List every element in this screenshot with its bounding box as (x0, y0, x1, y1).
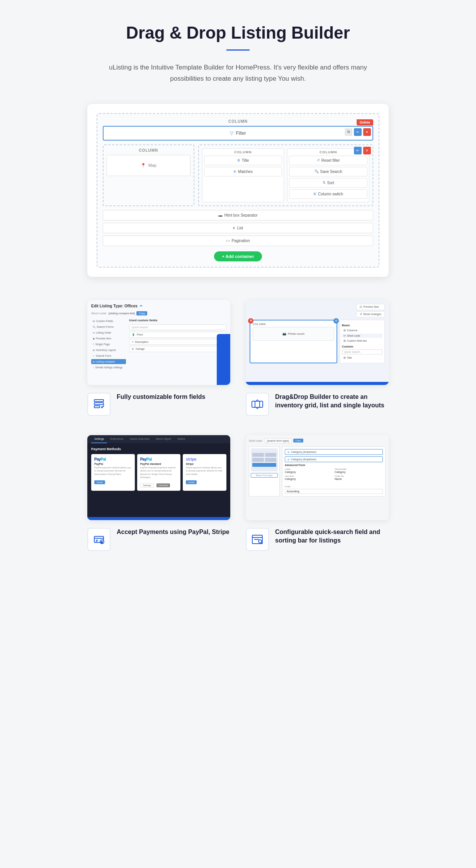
payment-accent-bar (87, 517, 230, 520)
add-container-button[interactable]: + Add container (214, 251, 262, 261)
custom-section-title: Custom (342, 345, 382, 348)
garage-icon: ⊞ (132, 348, 134, 351)
screenshot-custom-fields: Edit Listing Type: Offices ✏ Short code:… (87, 300, 230, 385)
tab-notice[interactable]: Notice (174, 435, 188, 443)
sidebar-item-preview[interactable]: ◉ Preview item (91, 336, 126, 341)
delete-tool-button[interactable]: ✕ (363, 128, 371, 136)
sidebar-item-inventory[interactable]: ⊞ Inventory Layout (91, 348, 126, 353)
copy-badge[interactable]: Copy (136, 311, 147, 315)
basic-section-title: Basic (342, 324, 382, 327)
quick-search-box[interactable]: Quick Search (129, 324, 226, 330)
widgets-column: ✏ ✕ COLUMN ⊞ Title ⊕ (198, 144, 373, 206)
title-panel-item[interactable]: ⊞ Title (342, 356, 382, 360)
sidebar-item-similar[interactable]: ~ Similar listings settings (91, 365, 126, 370)
short-code-input-sf[interactable]: [search-form-type] (264, 438, 292, 443)
canvas-settings-btn[interactable]: ⚙ (333, 318, 339, 324)
search-form-main: Basic Form type ⊞ Category (dropdown) ⊞ … (249, 446, 386, 497)
sub-col-1: COLUMN ⊞ Title ⊕ Matches (202, 148, 284, 202)
short-code-panel-item[interactable]: ‹/› Short code (342, 334, 382, 338)
builder-card: COLUMN Delete ⧉ ✏ ✕ ▽ Filter COLU (87, 104, 389, 277)
right-edit-button[interactable]: ✏ (354, 147, 362, 154)
paypal-card-title: PayPal (94, 463, 132, 465)
order-by-label: Order By (335, 475, 383, 477)
paypal-standard-uninstall-button[interactable]: Uninstall (156, 483, 170, 487)
tab-demo-import[interactable]: Demo Import (153, 435, 174, 443)
short-code-value: [ulisting-compare-link] (109, 312, 135, 315)
list-widget: ≡ List (103, 223, 373, 233)
delete-button[interactable]: Delete (357, 119, 373, 125)
stripe-card: stripe Stripe Stripe payment method allo… (183, 454, 226, 491)
builder-inner: COLUMN Delete ⧉ ✏ ✕ ▽ Filter COLU (97, 113, 379, 268)
stripe-install-button[interactable]: Install (186, 480, 197, 484)
sidebar-item-search-forms[interactable]: 🔍 Search Forms (91, 324, 126, 329)
feature-desc-search-form: Configurable quick-search field and sort… (246, 528, 389, 551)
tab-extensions[interactable]: Extensions (107, 435, 126, 443)
sidebar-item-listing-compare[interactable]: ⊞ Listing compare (91, 359, 126, 364)
photo-count-label: Photo count (288, 332, 304, 336)
short-code-panel-icon: ‹/› (343, 334, 346, 337)
save-search-icon: 🔍 (314, 170, 319, 173)
order-select[interactable]: Ascending (285, 489, 383, 494)
label-field-label: Label (285, 468, 333, 470)
description-icon: ≡ (132, 341, 133, 343)
custom-field-garage: ⊞ Garage (129, 346, 226, 352)
edit-listing-title-text: Edit Listing Type: Offices (91, 304, 138, 308)
map-label: Map (148, 163, 156, 168)
copy-tool-button[interactable]: ⧉ (345, 128, 352, 136)
feature-icon-box-drag-drop (246, 393, 269, 416)
drag-drop-top-options: ⊡ Preview Size ↺ Reset changes (250, 304, 385, 317)
preview-size-option[interactable]: ⊡ Preview Size (356, 304, 385, 310)
builder-main-row: COLUMN 📍 Map ✏ ✕ COLUMN (103, 144, 373, 206)
sidebar-item-custom-fields[interactable]: ⊞ Custom Fields (91, 319, 126, 324)
html-box-widget: ▬ Html box Separator (103, 210, 373, 220)
canvas-delete-btn[interactable]: ✕ (248, 318, 253, 324)
custom-field-description: ≡ Description (129, 339, 226, 345)
columns-panel-item[interactable]: ⊞ Columns (342, 328, 382, 333)
sidebar-item-listing-order[interactable]: ⇅ Listing Order (91, 330, 126, 335)
add-container-area: + Add container (103, 251, 373, 261)
reset-filter-label: Reset filter (321, 158, 340, 163)
short-code-label: Short code: (91, 312, 107, 315)
sort-widget: ⇅ Sort (289, 178, 367, 188)
drag-drop-feature-icon (251, 398, 264, 410)
feature-search-form: Short code: [search-form-type] Copy (246, 435, 389, 551)
feature-desc-custom-fields: Fully customizable form fields (87, 393, 230, 416)
tab-settings[interactable]: Settings (91, 435, 107, 443)
sidebar-item-submit-form[interactable]: ✓ Submit Form (91, 353, 126, 358)
basic-form-type-label: Basic Form type (251, 473, 278, 478)
category-dropdown-item-1: ⊞ Category (dropdown) (285, 449, 383, 455)
list-label: List (237, 226, 243, 230)
screenshot-payments: Settings Extensions Saved Searches Demo … (87, 435, 230, 520)
search-forms-icon: 🔍 (93, 326, 95, 328)
label-field-value: Category (285, 471, 333, 473)
tab-saved-searches[interactable]: Saved Searches (127, 435, 153, 443)
sidebar-item-single-page[interactable]: □ Single Page (91, 342, 126, 347)
drag-drop-canvas: ✕ ⚙ COLUMN 📷 Photo count (250, 320, 337, 363)
svg-rect-0 (94, 400, 104, 402)
preview-icon: ◉ (93, 337, 95, 340)
similar-icon: ~ (93, 366, 94, 368)
feature-title-drag-drop: Drag&Drop Builder to create an inventory… (275, 393, 389, 410)
filter-label: Filter (236, 131, 246, 136)
sort-label: Sort (327, 181, 334, 185)
matches-icon: ⊕ (233, 170, 236, 173)
short-code-copy-button-sf[interactable]: Copy (293, 439, 303, 442)
placeholder-field-label: Placeholder (335, 468, 383, 470)
feature-icon-box-payments: $ (87, 528, 110, 551)
payment-tabs: Settings Extensions Saved Searches Demo … (87, 435, 230, 443)
custom-field-box-panel-item[interactable]: ⊞ Custom field box (342, 339, 382, 343)
inventory-icon: ⊞ (93, 349, 95, 351)
submit-form-icon: ✓ (93, 354, 95, 357)
reset-changes-option[interactable]: ↺ Reset changes (356, 311, 385, 317)
right-delete-button[interactable]: ✕ (363, 147, 371, 154)
paypal-standard-settings-button[interactable]: Settings (140, 483, 154, 488)
order-section: Order Ascending (285, 482, 383, 494)
paypal-logo: PayPal (94, 457, 132, 461)
title-label: Title (242, 158, 249, 163)
panel-search-box[interactable]: Quick Search (342, 349, 382, 354)
edit-tool-button[interactable]: ✏ (354, 128, 362, 136)
feature-text-search-form: Configurable quick-search field and sort… (275, 528, 389, 547)
screenshot-search-form: Short code: [search-form-type] Copy (246, 435, 389, 520)
top-column-header: COLUMN (103, 119, 373, 124)
paypal-install-button[interactable]: Install (94, 480, 105, 484)
